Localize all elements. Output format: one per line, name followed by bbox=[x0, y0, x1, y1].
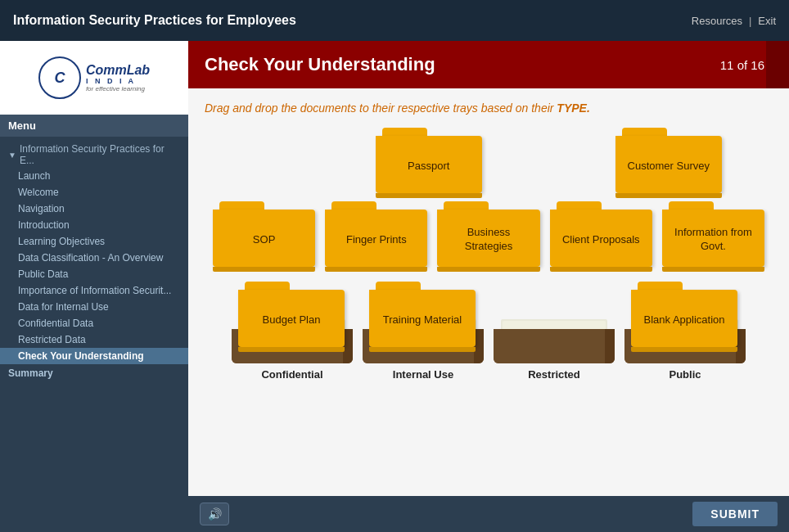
tray-front bbox=[494, 329, 615, 363]
logo: C CommLab I N D I A for effective learni… bbox=[38, 56, 150, 99]
top-header: Information Security Practices for Emplo… bbox=[0, 0, 789, 41]
folder-body: Passport bbox=[376, 136, 482, 193]
folder-body: Budget Plan bbox=[238, 290, 345, 347]
folder-body: Blank Application bbox=[631, 290, 737, 347]
audio-icon: 🔊 bbox=[208, 507, 222, 521]
folder-label-customer-survey: Customer Survey bbox=[628, 160, 710, 174]
logo-area: C CommLab I N D I A for effective learni… bbox=[0, 41, 188, 115]
header-links: Resources | Exit bbox=[692, 15, 776, 27]
folder-business-strategies[interactable]: Business Strategies bbox=[437, 201, 539, 267]
tray-internal-use: Training Material bbox=[363, 282, 484, 381]
sidebar-item-confidential-data[interactable]: Confidential Data bbox=[0, 315, 188, 331]
tray-row: Budget Plan bbox=[205, 282, 773, 381]
resources-link[interactable]: Resources bbox=[692, 15, 742, 27]
arrow-icon: ▼ bbox=[8, 151, 16, 160]
folder-label-budget-plan: Budget Plan bbox=[263, 313, 321, 327]
folder-label-info-govt: Information from Govt. bbox=[669, 226, 758, 254]
submit-button[interactable]: SUBMIT bbox=[692, 502, 778, 526]
sidebar-item-navigation[interactable]: Navigation bbox=[0, 201, 188, 217]
folder-training-material[interactable]: Training Material bbox=[369, 282, 476, 347]
tray-restricted: Restricted bbox=[494, 282, 615, 381]
tray-public-label: Public bbox=[669, 368, 701, 381]
sidebar-item-importance[interactable]: Importance of Information Securit... bbox=[0, 282, 188, 299]
content-body: Drag and drop the documents to their res… bbox=[188, 88, 789, 496]
tray-side-right bbox=[605, 329, 615, 363]
tray-confidential: Budget Plan bbox=[232, 282, 353, 381]
folder-label-business-strategies: Business Strategies bbox=[444, 226, 533, 254]
instruction-bold: TYPE. bbox=[557, 101, 589, 115]
folder-sop[interactable]: SOP bbox=[213, 201, 315, 267]
tray-internal-label: Internal Use bbox=[393, 368, 453, 381]
sidebar-item-welcome[interactable]: Welcome bbox=[0, 184, 188, 201]
folder-info-govt[interactable]: Information from Govt. bbox=[662, 201, 764, 267]
logo-tagline: for effective learning bbox=[86, 85, 150, 92]
course-title: Information Security Practices for Emplo… bbox=[13, 13, 296, 28]
folder-label-client-proposals: Client Proposals bbox=[562, 233, 640, 247]
sidebar-course-title: Information Security Practices for E... bbox=[20, 143, 180, 166]
sidebar-item-launch[interactable]: Launch bbox=[0, 168, 188, 184]
menu-label: Menu bbox=[0, 115, 188, 137]
folder-row-2: SOP Finger Prints Business Strategies bbox=[205, 201, 773, 267]
sidebar-item-introduction[interactable]: Introduction bbox=[0, 217, 188, 233]
folder-customer-survey[interactable]: Customer Survey bbox=[615, 128, 722, 193]
folder-row-1: Passport Customer Survey bbox=[205, 128, 773, 193]
folder-body: Finger Prints bbox=[325, 210, 427, 267]
main-layout: C CommLab I N D I A for effective learni… bbox=[0, 41, 789, 532]
folder-label-training-material: Training Material bbox=[383, 313, 462, 327]
link-divider: | bbox=[749, 15, 751, 27]
sidebar-item-public-data[interactable]: Public Data bbox=[0, 266, 188, 282]
sidebar-section-title: ▼ Information Security Practices for E..… bbox=[0, 140, 188, 168]
folder-budget-plan[interactable]: Budget Plan bbox=[238, 282, 345, 347]
sidebar-item-summary[interactable]: Summary bbox=[0, 364, 188, 382]
logo-text-block: CommLab I N D I A for effective learning bbox=[86, 64, 150, 92]
logo-commlab: CommLab bbox=[86, 64, 150, 77]
logo-india: I N D I A bbox=[86, 77, 150, 85]
instruction-text: Drag and drop the documents to their res… bbox=[205, 101, 773, 115]
page-counter: 11 of 16 bbox=[720, 58, 764, 72]
logo-circle: C bbox=[38, 56, 81, 99]
tray-restricted-area bbox=[494, 282, 615, 363]
sidebar-item-data-internal[interactable]: Data for Internal Use bbox=[0, 299, 188, 315]
tray-restricted-box bbox=[494, 321, 615, 363]
content-header-title: Check Your Understanding bbox=[205, 54, 435, 75]
content-header: Check Your Understanding 11 of 16 bbox=[188, 41, 789, 88]
sidebar-item-check-understanding[interactable]: Check Your Understanding bbox=[0, 348, 188, 364]
tray-internal-area: Training Material bbox=[363, 282, 484, 363]
tray-public: Blank Application bbox=[624, 282, 746, 381]
bottom-bar: 🔊 SUBMIT bbox=[188, 496, 789, 532]
folder-passport[interactable]: Passport bbox=[376, 128, 482, 193]
sidebar-nav: ▼ Information Security Practices for E..… bbox=[0, 137, 188, 532]
folder-label-sop: SOP bbox=[253, 233, 275, 247]
header-accent bbox=[766, 41, 789, 88]
folder-label-passport: Passport bbox=[408, 160, 449, 174]
folder-blank-application[interactable]: Blank Application bbox=[631, 282, 737, 347]
folder-body: Business Strategies bbox=[437, 210, 539, 267]
folder-body: Training Material bbox=[369, 290, 476, 347]
tray-public-area: Blank Application bbox=[624, 282, 746, 363]
tray-confidential-area: Budget Plan bbox=[232, 282, 353, 363]
folder-body: SOP bbox=[213, 210, 315, 267]
folder-client-proposals[interactable]: Client Proposals bbox=[550, 201, 652, 267]
sidebar: C CommLab I N D I A for effective learni… bbox=[0, 41, 188, 532]
folder-body: Client Proposals bbox=[550, 210, 652, 267]
folder-body: Information from Govt. bbox=[662, 210, 764, 267]
sidebar-item-data-classification[interactable]: Data Classification - An Overview bbox=[0, 250, 188, 266]
tray-confidential-label: Confidential bbox=[261, 368, 322, 381]
drag-area: Passport Customer Survey bbox=[205, 128, 773, 483]
sidebar-item-restricted-data[interactable]: Restricted Data bbox=[0, 331, 188, 348]
exit-link[interactable]: Exit bbox=[758, 15, 776, 27]
folder-finger-prints[interactable]: Finger Prints bbox=[325, 201, 427, 267]
logo-cl-text: C bbox=[54, 70, 65, 87]
content-area: Check Your Understanding 11 of 16 Drag a… bbox=[188, 41, 789, 532]
tray-restricted-label: Restricted bbox=[528, 368, 580, 381]
tray-box bbox=[494, 321, 615, 363]
folder-label-finger-prints: Finger Prints bbox=[346, 233, 407, 247]
sidebar-item-learning-objectives[interactable]: Learning Objectives bbox=[0, 233, 188, 250]
folder-label-blank-application: Blank Application bbox=[643, 313, 724, 327]
audio-button[interactable]: 🔊 bbox=[200, 503, 229, 525]
folder-body: Customer Survey bbox=[615, 136, 722, 193]
